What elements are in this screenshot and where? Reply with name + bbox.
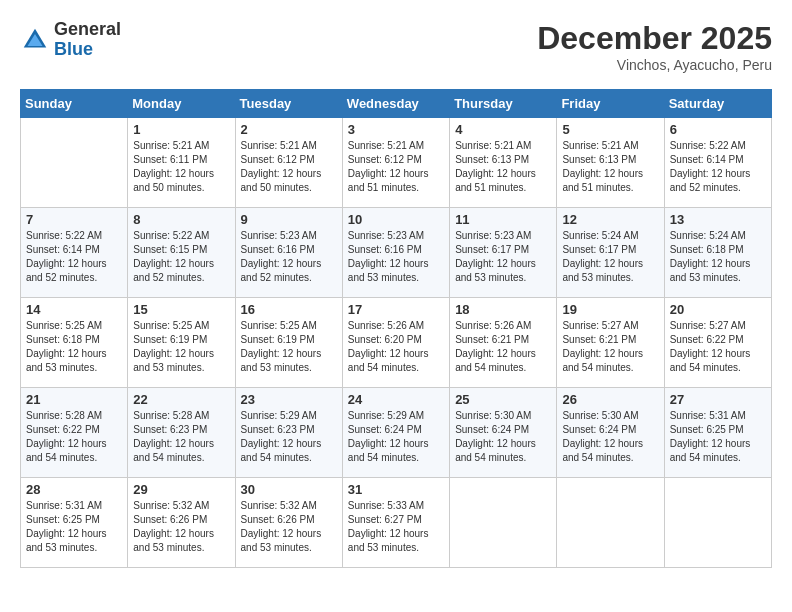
calendar-cell: 16Sunrise: 5:25 AMSunset: 6:19 PMDayligh… [235, 298, 342, 388]
day-number: 14 [26, 302, 122, 317]
calendar-cell: 19Sunrise: 5:27 AMSunset: 6:21 PMDayligh… [557, 298, 664, 388]
calendar-cell: 7Sunrise: 5:22 AMSunset: 6:14 PMDaylight… [21, 208, 128, 298]
location-subtitle: Vinchos, Ayacucho, Peru [537, 57, 772, 73]
col-header-tuesday: Tuesday [235, 90, 342, 118]
calendar-cell: 27Sunrise: 5:31 AMSunset: 6:25 PMDayligh… [664, 388, 771, 478]
calendar-cell: 28Sunrise: 5:31 AMSunset: 6:25 PMDayligh… [21, 478, 128, 568]
day-info: Sunrise: 5:21 AMSunset: 6:12 PMDaylight:… [348, 139, 444, 195]
logo-general-text: General [54, 20, 121, 40]
day-number: 23 [241, 392, 337, 407]
calendar-cell: 29Sunrise: 5:32 AMSunset: 6:26 PMDayligh… [128, 478, 235, 568]
day-info: Sunrise: 5:25 AMSunset: 6:19 PMDaylight:… [133, 319, 229, 375]
calendar-cell: 15Sunrise: 5:25 AMSunset: 6:19 PMDayligh… [128, 298, 235, 388]
day-info: Sunrise: 5:23 AMSunset: 6:16 PMDaylight:… [241, 229, 337, 285]
day-number: 21 [26, 392, 122, 407]
day-info: Sunrise: 5:26 AMSunset: 6:20 PMDaylight:… [348, 319, 444, 375]
col-header-wednesday: Wednesday [342, 90, 449, 118]
day-number: 27 [670, 392, 766, 407]
day-info: Sunrise: 5:24 AMSunset: 6:17 PMDaylight:… [562, 229, 658, 285]
day-number: 19 [562, 302, 658, 317]
title-area: December 2025 Vinchos, Ayacucho, Peru [537, 20, 772, 73]
day-info: Sunrise: 5:33 AMSunset: 6:27 PMDaylight:… [348, 499, 444, 555]
day-number: 11 [455, 212, 551, 227]
day-info: Sunrise: 5:32 AMSunset: 6:26 PMDaylight:… [241, 499, 337, 555]
calendar-cell: 21Sunrise: 5:28 AMSunset: 6:22 PMDayligh… [21, 388, 128, 478]
day-info: Sunrise: 5:26 AMSunset: 6:21 PMDaylight:… [455, 319, 551, 375]
day-number: 13 [670, 212, 766, 227]
calendar-cell [664, 478, 771, 568]
day-info: Sunrise: 5:28 AMSunset: 6:22 PMDaylight:… [26, 409, 122, 465]
day-info: Sunrise: 5:22 AMSunset: 6:14 PMDaylight:… [670, 139, 766, 195]
calendar-cell [21, 118, 128, 208]
day-number: 18 [455, 302, 551, 317]
calendar-cell: 5Sunrise: 5:21 AMSunset: 6:13 PMDaylight… [557, 118, 664, 208]
day-info: Sunrise: 5:21 AMSunset: 6:13 PMDaylight:… [562, 139, 658, 195]
calendar-cell: 22Sunrise: 5:28 AMSunset: 6:23 PMDayligh… [128, 388, 235, 478]
day-info: Sunrise: 5:30 AMSunset: 6:24 PMDaylight:… [455, 409, 551, 465]
day-info: Sunrise: 5:23 AMSunset: 6:16 PMDaylight:… [348, 229, 444, 285]
day-info: Sunrise: 5:24 AMSunset: 6:18 PMDaylight:… [670, 229, 766, 285]
day-info: Sunrise: 5:21 AMSunset: 6:11 PMDaylight:… [133, 139, 229, 195]
day-number: 30 [241, 482, 337, 497]
day-info: Sunrise: 5:31 AMSunset: 6:25 PMDaylight:… [670, 409, 766, 465]
calendar-table: SundayMondayTuesdayWednesdayThursdayFrid… [20, 89, 772, 568]
calendar-cell: 25Sunrise: 5:30 AMSunset: 6:24 PMDayligh… [450, 388, 557, 478]
day-number: 1 [133, 122, 229, 137]
day-info: Sunrise: 5:21 AMSunset: 6:13 PMDaylight:… [455, 139, 551, 195]
calendar-cell: 1Sunrise: 5:21 AMSunset: 6:11 PMDaylight… [128, 118, 235, 208]
calendar-cell: 24Sunrise: 5:29 AMSunset: 6:24 PMDayligh… [342, 388, 449, 478]
calendar-cell: 13Sunrise: 5:24 AMSunset: 6:18 PMDayligh… [664, 208, 771, 298]
calendar-cell: 26Sunrise: 5:30 AMSunset: 6:24 PMDayligh… [557, 388, 664, 478]
day-info: Sunrise: 5:28 AMSunset: 6:23 PMDaylight:… [133, 409, 229, 465]
day-info: Sunrise: 5:29 AMSunset: 6:23 PMDaylight:… [241, 409, 337, 465]
calendar-cell: 31Sunrise: 5:33 AMSunset: 6:27 PMDayligh… [342, 478, 449, 568]
page-header: General Blue December 2025 Vinchos, Ayac… [20, 20, 772, 73]
day-number: 9 [241, 212, 337, 227]
col-header-thursday: Thursday [450, 90, 557, 118]
day-number: 8 [133, 212, 229, 227]
calendar-cell: 30Sunrise: 5:32 AMSunset: 6:26 PMDayligh… [235, 478, 342, 568]
day-info: Sunrise: 5:32 AMSunset: 6:26 PMDaylight:… [133, 499, 229, 555]
day-number: 25 [455, 392, 551, 407]
day-number: 17 [348, 302, 444, 317]
day-info: Sunrise: 5:21 AMSunset: 6:12 PMDaylight:… [241, 139, 337, 195]
day-info: Sunrise: 5:22 AMSunset: 6:15 PMDaylight:… [133, 229, 229, 285]
month-title: December 2025 [537, 20, 772, 57]
logo: General Blue [20, 20, 121, 60]
calendar-cell: 4Sunrise: 5:21 AMSunset: 6:13 PMDaylight… [450, 118, 557, 208]
day-number: 31 [348, 482, 444, 497]
day-info: Sunrise: 5:30 AMSunset: 6:24 PMDaylight:… [562, 409, 658, 465]
day-info: Sunrise: 5:27 AMSunset: 6:22 PMDaylight:… [670, 319, 766, 375]
calendar-cell: 8Sunrise: 5:22 AMSunset: 6:15 PMDaylight… [128, 208, 235, 298]
day-number: 24 [348, 392, 444, 407]
calendar-cell [450, 478, 557, 568]
calendar-cell: 14Sunrise: 5:25 AMSunset: 6:18 PMDayligh… [21, 298, 128, 388]
calendar-cell: 3Sunrise: 5:21 AMSunset: 6:12 PMDaylight… [342, 118, 449, 208]
day-number: 29 [133, 482, 229, 497]
day-info: Sunrise: 5:25 AMSunset: 6:19 PMDaylight:… [241, 319, 337, 375]
week-row-4: 28Sunrise: 5:31 AMSunset: 6:25 PMDayligh… [21, 478, 772, 568]
day-info: Sunrise: 5:25 AMSunset: 6:18 PMDaylight:… [26, 319, 122, 375]
col-header-saturday: Saturday [664, 90, 771, 118]
day-number: 5 [562, 122, 658, 137]
calendar-cell: 17Sunrise: 5:26 AMSunset: 6:20 PMDayligh… [342, 298, 449, 388]
logo-text: General Blue [54, 20, 121, 60]
day-info: Sunrise: 5:29 AMSunset: 6:24 PMDaylight:… [348, 409, 444, 465]
col-header-monday: Monday [128, 90, 235, 118]
calendar-cell: 20Sunrise: 5:27 AMSunset: 6:22 PMDayligh… [664, 298, 771, 388]
logo-blue-text: Blue [54, 40, 121, 60]
day-number: 3 [348, 122, 444, 137]
day-number: 7 [26, 212, 122, 227]
day-number: 6 [670, 122, 766, 137]
day-number: 15 [133, 302, 229, 317]
calendar-cell [557, 478, 664, 568]
week-row-3: 21Sunrise: 5:28 AMSunset: 6:22 PMDayligh… [21, 388, 772, 478]
day-number: 26 [562, 392, 658, 407]
calendar-cell: 6Sunrise: 5:22 AMSunset: 6:14 PMDaylight… [664, 118, 771, 208]
week-row-0: 1Sunrise: 5:21 AMSunset: 6:11 PMDaylight… [21, 118, 772, 208]
col-header-sunday: Sunday [21, 90, 128, 118]
day-number: 4 [455, 122, 551, 137]
day-info: Sunrise: 5:23 AMSunset: 6:17 PMDaylight:… [455, 229, 551, 285]
calendar-cell: 11Sunrise: 5:23 AMSunset: 6:17 PMDayligh… [450, 208, 557, 298]
day-number: 12 [562, 212, 658, 227]
